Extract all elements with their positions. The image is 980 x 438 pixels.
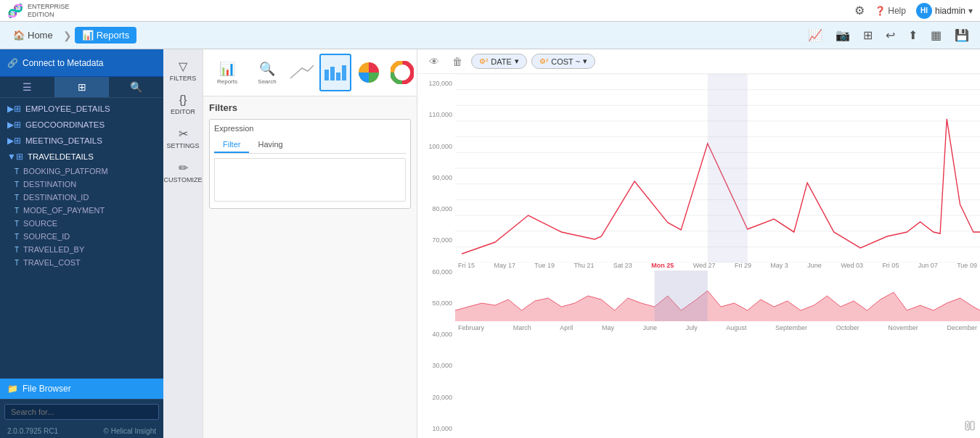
center-panel: 📊 Reports 🔍 Search — [203, 49, 417, 438]
chart-type-line[interactable] — [286, 54, 318, 91]
reports-button[interactable]: 📊 Reports — [75, 27, 137, 44]
customize-icon: ✏ — [179, 161, 188, 175]
camera-button[interactable]: 📷 — [830, 25, 855, 45]
logo-area: 🧬 ENTERPRISE EDITION — [7, 3, 70, 19]
connect-icon: 🔗 — [7, 58, 18, 68]
expression-box: Expression Filter Having — [209, 119, 411, 209]
user-avatar[interactable]: HI — [916, 3, 932, 19]
column-item[interactable]: TMODE_OF_PAYMENT — [0, 204, 163, 217]
column-icon: T — [15, 194, 19, 202]
table-icon: ▶⊞ — [7, 136, 21, 146]
table-icon: ▼⊞ — [7, 152, 23, 162]
svg-rect-1 — [330, 67, 335, 80]
editor-tool[interactable]: {} EDITOR — [165, 89, 201, 120]
having-tab[interactable]: Having — [249, 137, 291, 153]
column-item[interactable]: TTRAVEL_COST — [0, 256, 163, 269]
user-name[interactable]: hiadmin — [935, 6, 965, 16]
mini-x-axis-labels: February March April May June July Augus… — [455, 324, 980, 331]
column-item[interactable]: TDESTINATION — [0, 178, 163, 191]
filters-tool[interactable]: ▽ FILTERS — [165, 55, 201, 86]
chart-type-bar-active[interactable] — [319, 54, 351, 91]
chart-toolbar: 👁 🗑 ⚙² DATE ▾ ⚙² COST ~ ▾ — [417, 49, 980, 74]
table-item[interactable]: ▶⊞EMPLOYEE_DETAILS — [0, 101, 163, 117]
column-icon: T — [15, 259, 19, 267]
tools-sidebar: ▽ FILTERS {} EDITOR ✂ SETTINGS ✏ CUSTOMI… — [163, 49, 203, 438]
nav-bar: 🏠 Home ❯ 📊 Reports 📈 📷 ⊞ ↩ ⬆ ▦ 💾 — [0, 22, 980, 49]
table-list: ▶⊞EMPLOYEE_DETAILS▶⊞GEOCOORDINATES▶⊞MEET… — [0, 98, 163, 379]
search-icon: 🔍 — [259, 61, 275, 77]
table-item[interactable]: ▶⊞GEOCOORDINATES — [0, 117, 163, 133]
mini-overview-chart — [455, 270, 980, 321]
user-dropdown-icon[interactable]: ▾ — [968, 6, 973, 16]
table-icon: ▶⊞ — [7, 120, 21, 130]
settings-tool[interactable]: ✂ SETTINGS — [165, 123, 201, 154]
date-pill-button[interactable]: ⚙² DATE ▾ — [471, 54, 527, 69]
file-browser-button[interactable]: 📁 File Browser — [0, 379, 163, 399]
export-button[interactable]: ⬆ — [903, 25, 923, 45]
filter-icon: ▽ — [179, 59, 187, 73]
search-area — [0, 399, 163, 424]
chart-type-visualize[interactable]: 📊 Reports — [206, 54, 248, 91]
chart-type-search[interactable]: 🔍 Search — [250, 54, 285, 91]
sidebar-table-button[interactable]: ⊞ — [54, 77, 109, 97]
sidebar-search-button[interactable]: 🔍 — [109, 77, 163, 97]
date-pill-dropdown[interactable]: ▾ — [515, 57, 519, 66]
line-chart-button[interactable]: 📈 — [803, 25, 828, 45]
mon-25-label: Mon 25 — [651, 262, 674, 269]
version-text: 2.0.0.7925 RC1 © Helical Insight — [0, 424, 163, 438]
sidebar: 🔗 Connect to Metadata ☰ ⊞ 🔍 ▶⊞EMPLOYEE_D… — [0, 49, 163, 438]
column-item[interactable]: TSOURCE — [0, 217, 163, 230]
column-item[interactable]: TTRAVELLED_BY — [0, 243, 163, 256]
table-icon: ▶⊞ — [7, 104, 21, 114]
top-right-area: ⚙ ❓ Help HI hiadmin ▾ — [854, 3, 973, 19]
grid-button[interactable]: ⊞ — [858, 25, 878, 45]
chart-type-donut[interactable] — [386, 54, 417, 91]
cost-pill-dropdown[interactable]: ▾ — [583, 57, 587, 66]
main-layout: 🔗 Connect to Metadata ☰ ⊞ 🔍 ▶⊞EMPLOYEE_D… — [0, 49, 980, 438]
column-icon: T — [15, 246, 19, 254]
undo-button[interactable]: ↩ — [881, 25, 900, 45]
file-browser-icon: 📁 — [7, 384, 18, 394]
chart-type-bar: 📊 Reports 🔍 Search — [203, 49, 417, 96]
column-icon: T — [15, 207, 19, 215]
table-item[interactable]: ▼⊞TRAVELDETAILS — [0, 149, 163, 165]
home-button[interactable]: 🏠 Home — [6, 27, 60, 44]
column-item[interactable]: TBOOKING_PLATFORM — [0, 165, 163, 178]
connect-to-metadata-button[interactable]: 🔗 Connect to Metadata — [0, 49, 163, 77]
x-axis-labels: Fri 15 May 17 Tue 19 Thu 21 Sat 23 Mon 2… — [455, 262, 980, 269]
svg-rect-2 — [336, 73, 340, 80]
breadcrumb-separator: ❯ — [63, 30, 72, 41]
delete-button[interactable]: 🗑 — [448, 54, 467, 69]
visualize-icon: 📊 — [219, 61, 235, 77]
chart-type-pie[interactable] — [353, 54, 385, 91]
save-button[interactable]: 💾 — [950, 25, 974, 45]
svg-rect-42 — [971, 421, 974, 430]
date-pill-icon: ⚙² — [479, 57, 488, 65]
svg-rect-3 — [342, 65, 346, 80]
settings-icon: ✂ — [179, 127, 188, 141]
column-item[interactable]: TSOURCE_ID — [0, 230, 163, 243]
table-item[interactable]: ▶⊞MEETING_DETAILS — [0, 133, 163, 149]
customize-tool[interactable]: ✏ CUSTOMIZE — [165, 157, 201, 188]
reports-icon: 📊 — [82, 30, 94, 41]
toggle-visibility-button[interactable]: 👁 — [425, 54, 444, 69]
logo-text: ENTERPRISE EDITION — [28, 3, 70, 19]
column-item[interactable]: TDESTINATION_ID — [0, 191, 163, 204]
sidebar-layers-button[interactable]: ☰ — [0, 77, 54, 97]
sidebar-toolbar: ☰ ⊞ 🔍 — [0, 77, 163, 98]
column-icon: T — [15, 181, 19, 189]
scroll-indicator — [964, 420, 976, 434]
help-link[interactable]: ❓ Help — [875, 6, 906, 16]
column-icon: T — [15, 233, 19, 241]
home-icon: 🏠 — [13, 30, 25, 41]
chart-canvas-area: Fri 15 May 17 Tue 19 Thu 21 Sat 23 Mon 2… — [455, 74, 980, 438]
settings-icon[interactable]: ⚙ — [854, 4, 865, 17]
cost-pill-button[interactable]: ⚙² COST ~ ▾ — [531, 54, 595, 69]
search-input[interactable] — [4, 404, 159, 420]
columns-button[interactable]: ▦ — [926, 25, 947, 45]
filter-tab[interactable]: Filter — [214, 137, 249, 153]
y-axis-labels: 120,000 110,000 100,000 90,000 80,000 70… — [417, 74, 455, 438]
column-icon: T — [15, 168, 19, 175]
logo-icon: 🧬 — [7, 3, 23, 19]
filter-expression-input[interactable] — [214, 158, 406, 202]
